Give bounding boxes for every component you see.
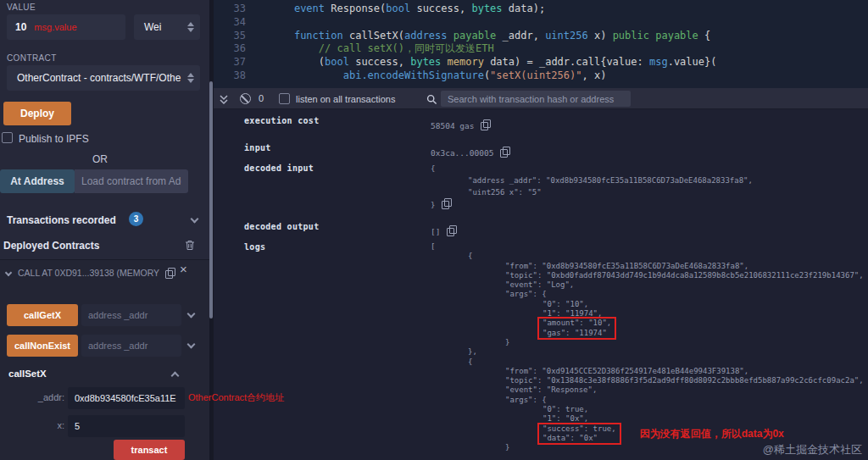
copy-icon[interactable] [442, 198, 452, 209]
sidebar-scrollbar-thumb[interactable] [209, 81, 213, 319]
transactions-recorded-label: Transactions recorded [7, 214, 116, 226]
copy-icon[interactable] [165, 268, 175, 279]
line-number: 38 [214, 69, 246, 83]
chevron-up-icon[interactable] [171, 372, 180, 380]
terminal-row-value: [] [431, 227, 440, 236]
transaction-count: 0 [259, 93, 264, 103]
or-divider: OR [0, 153, 200, 165]
json-text: "event": "Response", [505, 385, 597, 394]
publish-ipfs-checkbox[interactable] [2, 132, 13, 143]
terminal-row-label: decoded input [244, 163, 431, 173]
close-icon[interactable]: × [180, 262, 187, 276]
trash-icon[interactable] [185, 239, 195, 254]
unit-select[interactable]: Wei [134, 14, 200, 40]
addr-arg-input[interactable] [68, 387, 185, 409]
value-input[interactable]: 10 msg.value [7, 14, 125, 40]
line-number: 37 [214, 56, 246, 69]
json-line: "0": true, [431, 405, 864, 414]
callgetx-button[interactable]: callGetX [7, 304, 78, 326]
json-line: "args": { [431, 290, 864, 299]
search-icon [426, 93, 437, 108]
terminal-search-input[interactable] [441, 91, 631, 107]
json-block: [{"from": "0xd8b934580fcE35a11B58C6D73aD… [431, 242, 864, 453]
json-text: { [431, 164, 435, 173]
chevron-down-icon[interactable] [187, 341, 196, 349]
callnonexist-button[interactable]: callNonExist [7, 335, 78, 357]
code-line: // call setX()，同时可以发送ETH [270, 42, 716, 56]
code-line: event Response(bool success, bytes data)… [270, 3, 716, 16]
json-line: "from": "0xd8b934580fcE35a11B58C6D73aDeE… [431, 262, 864, 271]
json-line: [ [431, 242, 864, 252]
contract-select-value: OtherContract - contracts/WTF/Othe [17, 72, 181, 84]
json-line: "1": "11974", [431, 309, 864, 319]
terminal-row-label: input [244, 143, 431, 152]
terminal-row-label: execution cost [244, 116, 431, 125]
json-text: "args": { [505, 290, 547, 298]
line-number: 33 [214, 3, 246, 16]
highlight-box [537, 317, 616, 340]
chevron-down-icon[interactable] [191, 215, 199, 224]
terminal-row: decoded output[] [244, 222, 457, 238]
json-text: "from": "0xd8b934580fcE35a11B58C6D73aDeE… [505, 262, 748, 270]
listen-all-label: listen on all transactions [296, 94, 395, 104]
msg-value-annotation: msg.value [34, 22, 76, 32]
select-arrows-icon [187, 21, 194, 33]
json-text: { [468, 252, 472, 260]
json-line: "from": "0xd9145CCE52D386f254917e481eB44… [431, 367, 864, 376]
x-arg-label: x: [7, 420, 64, 430]
callgetx-arg-input[interactable] [81, 304, 181, 326]
at-address-button[interactable]: At Address [0, 169, 75, 193]
contract-instance-title: CALL AT 0XD91...39138 (MEMORY [18, 268, 159, 278]
chevron-down-icon[interactable] [5, 269, 12, 276]
chevron-down-icon[interactable] [187, 310, 196, 319]
json-line: } [431, 198, 753, 210]
at-address-input[interactable] [75, 169, 188, 193]
code-line [270, 16, 716, 30]
terminal-panel: 0 listen on all transactions execution c… [214, 88, 868, 460]
json-text: "0": true, [542, 405, 588, 413]
json-line: { [431, 163, 753, 175]
deploy-button[interactable]: Deploy [3, 102, 71, 125]
clear-console-icon[interactable] [240, 93, 251, 104]
json-text: } [505, 443, 509, 452]
code-line: abi.encodeWithSignature("setX(uint256)",… [270, 69, 716, 83]
line-number: 35 [214, 30, 246, 43]
json-line: "uint256 x": "5" [431, 187, 753, 199]
json-line: "amount": "10", [431, 319, 864, 328]
expand-terminal-icon[interactable] [219, 93, 229, 108]
remix-ide-window: VALUE 10 msg.value Wei CONTRACT OtherCon… [0, 0, 868, 460]
json-line: "event": "Response", [431, 385, 864, 395]
contract-select[interactable]: OtherContract - contracts/WTF/Othe [7, 65, 200, 91]
callnonexist-arg-input[interactable] [81, 335, 181, 357]
terminal-row: execution cost58504 gas [244, 116, 491, 132]
json-line: "0": "10", [431, 300, 864, 309]
contract-label: CONTRACT [7, 53, 57, 63]
terminal-row-label: decoded output [244, 222, 431, 231]
code-editor[interactable]: 333435363738 event Response(bool success… [214, 0, 868, 88]
terminal-row: decoded input{"address _addr": "0xd8b934… [244, 163, 753, 210]
copy-icon[interactable] [447, 225, 457, 236]
json-line: { [431, 357, 864, 367]
x-arg-input[interactable] [68, 415, 185, 437]
json-line: { [431, 252, 864, 261]
json-text: "args": { [505, 396, 547, 404]
json-text: "event": "Log", [505, 280, 574, 289]
copy-icon[interactable] [500, 147, 510, 158]
json-text: [ [431, 242, 435, 251]
json-text: } [505, 338, 509, 346]
json-line: } [431, 338, 864, 347]
json-text: { [468, 357, 472, 366]
transactions-count-badge: 3 [129, 212, 143, 226]
json-text: "uint256 x": "5" [468, 188, 542, 197]
value-input-text: 10 [15, 21, 26, 33]
editor-code: event Response(bool success, bytes data)… [270, 3, 716, 83]
transact-button[interactable]: transact [114, 440, 185, 460]
json-line: "event": "Log", [431, 280, 864, 290]
json-line: "gas": "11974" [431, 329, 864, 338]
json-line: "address _addr": "0xd8b934580fcE35a11B58… [431, 175, 753, 187]
copy-icon[interactable] [481, 119, 491, 130]
terminal-row-value: 0x3ca...00005 [431, 148, 493, 158]
deploy-run-panel: VALUE 10 msg.value Wei CONTRACT OtherCon… [0, 0, 209, 460]
listen-all-checkbox[interactable] [279, 93, 290, 104]
line-number: 36 [214, 42, 246, 56]
